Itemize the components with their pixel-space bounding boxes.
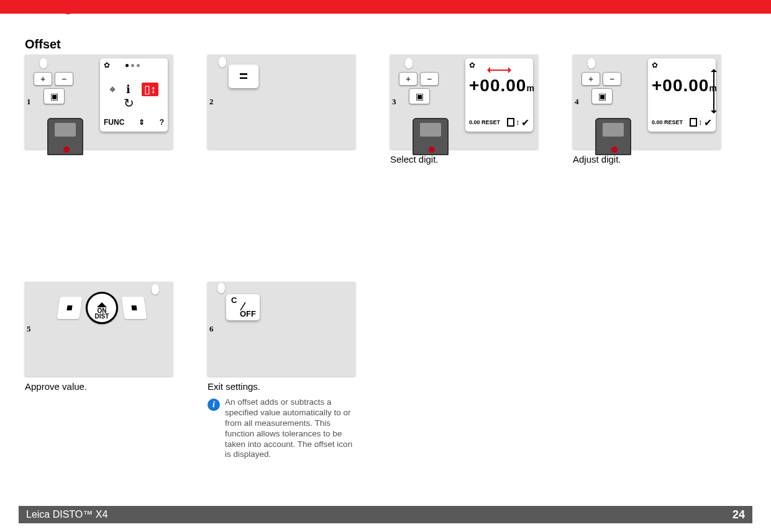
func-label: FUNC [104,118,124,127]
reset-label: 0.00 RESET [469,120,500,125]
equals-icon: = [229,65,258,88]
off-label: OFF [240,310,256,318]
calibrate-icon: ⌖ [109,84,116,95]
step-4-screen-bubble: ✿ +00.00m 0.00 RESET ✔ [648,58,716,132]
device-body-icon [413,118,449,155]
device-body-icon [47,118,83,155]
step-2: 2 = [208,55,355,149]
right-side-key [121,297,147,319]
minus-icon: − [55,73,73,85]
step-5-number: 5 [27,324,31,334]
step-2-number: 2 [209,97,214,107]
step-4-thumb: 4 + − ▣ ✿ +00.00m 0.00 RESET ✔ [573,55,721,149]
reset-label: 0.00 RESET [652,120,683,125]
section-title-offset: Offset [25,37,61,52]
reset-icon: ↻ [124,96,134,110]
step-1: 1 + − ▣ ✿ ⌖ ℹ︎ ▯↕ ↻ FUNC ⇕ [25,55,173,149]
info-icon: ℹ︎ [126,84,130,95]
screen-softkeys: 0.00 RESET ✔ [469,115,529,129]
step-6-thumb: 6 C ⁄ OFF [208,282,355,376]
page-title: Settings [30,1,79,15]
info-icon: i [208,399,220,411]
left-side-key [57,297,82,319]
step-4: 4 + − ▣ ✿ +00.00m 0.00 RESET ✔ Adjust di… [573,55,721,149]
minus-key: − [420,72,439,86]
horizontal-arrow-icon [490,70,508,71]
step-4-caption: Adjust digit. [573,154,621,165]
minus-key: − [603,72,621,86]
page-number: 24 [732,508,745,521]
gear-icon: ✿ [104,61,110,70]
step-6-key-bubble: C ⁄ OFF [226,294,260,320]
nav-dot-icon: ▣ [409,89,429,104]
screen-softkeys: FUNC ⇕ ? [104,115,164,129]
page-dots [125,64,140,67]
minus-key: − [55,72,73,86]
step-3-caption: Select digit. [390,154,439,165]
step-5-thumb: 5 ON DIST [25,282,173,376]
plus-key: + [582,72,600,86]
plus-icon: + [399,73,417,85]
nav-key: ▣ [591,88,613,104]
plus-key: + [34,72,52,86]
unit-label: m [709,83,717,93]
unit-label: m [526,83,534,93]
step-6-caption: Exit settings. [208,381,260,392]
step-6: 6 C ⁄ OFF Exit settings. i An offset add… [208,282,355,376]
step-3-number: 3 [392,97,396,107]
plus-icon: + [582,73,600,85]
check-icon: ✔ [704,117,712,128]
step-5-caption: Approve value. [25,381,87,392]
plus-key: + [399,72,417,86]
c-off-key: C ⁄ OFF [226,294,260,320]
offset-value: +00.00m [652,76,712,96]
screen-top-bar: ✿ [104,61,164,70]
reference-icon [507,118,514,127]
offset-value: +00.00m [469,76,529,96]
help-label: ? [160,118,164,127]
step-6-number: 6 [209,324,214,334]
updown-icon: ⇕ [139,118,145,127]
footer-bar: Leica DISTO™ X4 24 [19,506,752,523]
plus-icon: + [34,73,52,85]
step-4-number: 4 [575,97,579,107]
info-text: An offset adds or subtracts a specified … [225,397,360,460]
on-dist-button: ON DIST [86,292,118,324]
hand-icon [144,283,167,305]
screen-top-bar: ✿ [652,61,712,70]
header-bar [0,0,771,14]
nav-key: ▣ [409,88,430,104]
c-label: C [231,297,237,304]
ondist-key-group: ON DIST [43,292,160,324]
step-1-screen-bubble: ✿ ⌖ ℹ︎ ▯↕ ↻ FUNC ⇕ ? [100,58,168,132]
step-2-thumb: 2 = [208,55,355,149]
minus-icon: − [421,73,438,85]
nav-dot-icon: ▣ [44,89,64,104]
gear-icon: ✿ [469,61,475,70]
step-5: 5 ON DIST Approve value. [25,282,173,376]
info-note: i An offset adds or subtracts a specifie… [208,397,360,460]
step-3-screen-bubble: ✿ +00.00m 0.00 RESET ✔ [465,58,533,132]
screen-softkeys: 0.00 RESET ✔ [652,115,712,129]
step-1-thumb: 1 + − ▣ ✿ ⌖ ℹ︎ ▯↕ ↻ FUNC ⇕ [25,55,173,149]
nav-key: ▣ [43,88,65,104]
product-name: Leica DISTO™ X4 [26,509,107,520]
dist-label: DIST [95,313,109,319]
nav-dot-icon: ▣ [592,89,612,104]
reference-icon [690,118,697,127]
offset-icon: ▯↕ [142,83,158,96]
screen-top-bar: ✿ [469,61,529,70]
minus-icon: − [603,73,621,85]
check-icon: ✔ [521,117,529,128]
step-1-number: 1 [27,97,31,107]
step-2-key-bubble: = [229,65,258,88]
device-body-icon [595,118,631,155]
step-3-thumb: 3 + − ▣ ✿ +00.00m 0.00 RESET ✔ [390,55,538,149]
gear-icon: ✿ [652,61,658,70]
step-3: 3 + − ▣ ✿ +00.00m 0.00 RESET ✔ Select di… [390,55,538,149]
